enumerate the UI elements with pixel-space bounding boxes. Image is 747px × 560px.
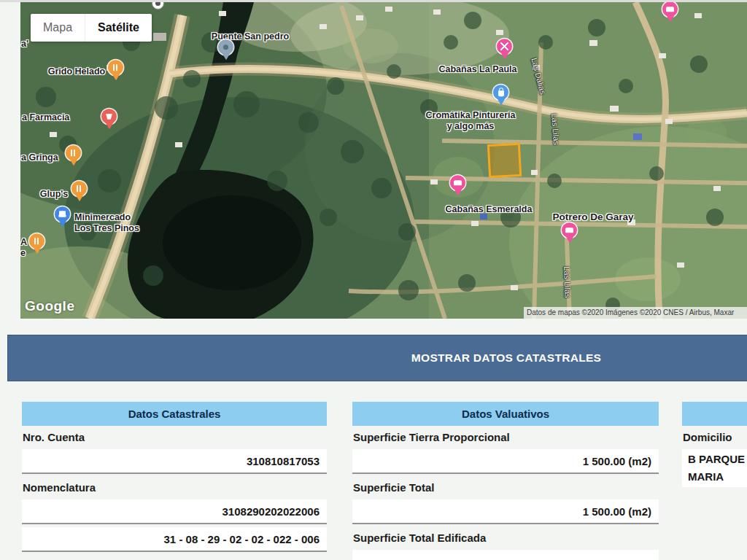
domicilio-line: B PARQUE (1 [688,451,747,468]
store-pin[interactable] [493,85,509,105]
field-label-superficie-tierra: Superficie Tierra Proporcional [353,431,657,444]
domicilio-line: MARIA [688,468,747,486]
nomenclatura-formatted-field[interactable]: 31 - 08 - 29 - 02 - 02 - 022 - 006 [22,527,327,552]
place-pin[interactable] [218,39,234,60]
section-bar-label: MOSTRAR DATOS CATASTRALES [411,351,601,365]
panel-header: Datos Catastrales [22,402,327,426]
poi-label-line: y algo más [426,121,516,132]
poi-label-farmacia: a Farmacia [22,112,69,123]
map-view-button[interactable]: Mapa [31,14,85,42]
field-label-domicilio: Domicilio [683,431,747,444]
field-label-nro-cuenta: Nro. Cuenta [23,431,325,444]
panel-header [682,402,747,426]
poi-label-cabanas-la-paula: Cabañas La Paula [439,64,517,75]
lodging-pin[interactable] [497,39,513,59]
poi-label-line: e [20,248,27,259]
satellite-imagery [20,2,747,319]
poi-label-gringa: a Gringa [21,152,58,163]
poi-label-line: Minimercado [74,212,139,223]
poi-label-line: Cromátika Pinturería [426,110,516,121]
restaurant-pin[interactable] [29,233,45,254]
mostrar-datos-catastrales-button[interactable]: MOSTRAR DATOS CATASTRALES [7,335,747,381]
poi-label-potrero-de-garay: Potrero De Garay [552,211,633,222]
poi-label-edge-fragment: a' [21,39,28,50]
panel-datos-valuativos: Datos Valuativos Superficie Tierra Propo… [352,402,659,560]
lodging-pin[interactable] [562,222,578,243]
poi-label-grido-helado: Grido Helado [48,66,105,77]
poi-label-glups: Glup's [40,189,68,200]
nro-cuenta-field[interactable]: 310810817053 [22,449,327,474]
map-attribution: Datos de mapas ©2020 Imágenes ©2020 CNES… [524,307,747,319]
google-logo: Google [25,298,74,314]
pharmacy-pin[interactable] [101,109,117,129]
nomenclatura-field[interactable]: 3108290202022006 [22,499,327,524]
restaurant-pin[interactable] [71,181,88,201]
panel-header: Datos Valuativos [352,402,659,426]
lodging-pin[interactable] [662,2,678,22]
satellite-view-button[interactable]: Satélite [85,14,152,42]
poi-label-cromatika: Cromátika Pinturería y algo más [426,110,516,132]
panel-datos-catastrales: Datos Catastrales Nro. Cuenta 3108108170… [22,402,327,552]
panel-domicilio: Domicilio B PARQUE (1 MARIA [682,402,747,487]
supermarket-pin[interactable] [55,206,71,227]
domicilio-field[interactable]: B PARQUE (1 MARIA [682,449,747,487]
map-type-control: Mapa Satélite [31,14,152,42]
highlighted-parcel[interactable] [487,143,522,178]
poi-label-minimercado: Minimercado Los Tres Pinos [74,212,139,234]
superficie-edificada-field[interactable] [352,550,659,560]
field-label-superficie-total: Superficie Total [353,481,657,494]
map-canvas[interactable]: Las Dalias Las Lilas Las Lilas Puente Sa… [20,2,747,319]
poi-label-line: A [20,237,27,248]
poi-label-cut-fragment: A e [20,237,27,259]
field-label-nomenclatura: Nomenclatura [23,481,325,494]
superficie-total-field[interactable]: 1 500.00 (m2) [352,499,659,524]
poi-label-cabanas-esmeralda: Cabañas Esmeralda [446,204,533,215]
lodging-pin[interactable] [450,175,466,195]
field-label-superficie-edificada: Superficie Total Edificada [353,532,657,545]
street-label-las-lilas-2: Las Lilas [562,266,573,298]
restaurant-pin[interactable] [108,60,124,80]
superficie-tierra-field[interactable]: 1 500.00 (m2) [352,449,659,474]
restaurant-pin[interactable] [66,145,82,166]
poi-label-line: Los Tres Pinos [74,223,139,234]
